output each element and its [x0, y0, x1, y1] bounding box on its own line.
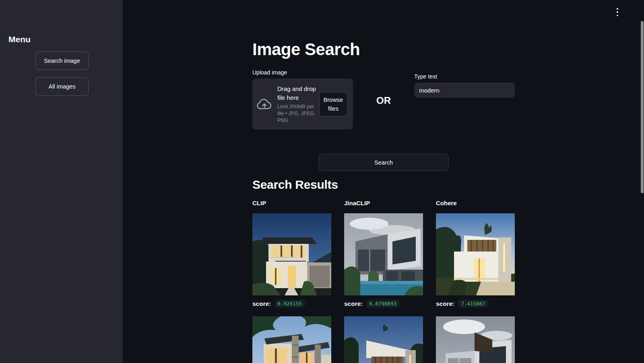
result-column-clip: CLIP	[252, 200, 331, 363]
result-image	[252, 316, 331, 363]
result-image	[436, 316, 515, 363]
model-name: JinaCLIP	[344, 200, 423, 206]
score-label: score:	[344, 300, 363, 307]
drag-drop-text: Drag and drop file here	[277, 85, 316, 102]
score-label: score:	[252, 300, 271, 307]
score-row: score: 6.0798693	[344, 299, 423, 309]
query-text-input[interactable]	[414, 82, 515, 98]
text-column: Type text	[414, 73, 515, 130]
main-content: Image Search Upload image Drag and drop …	[252, 0, 515, 363]
sidebar-button-all-images[interactable]: All images	[35, 77, 89, 96]
result-image	[344, 213, 423, 295]
search-button[interactable]: Search	[319, 154, 449, 171]
dropzone-texts: Drag and drop file here Limit 200MB per …	[277, 85, 316, 124]
result-column-jinaclip: JinaCLIP	[344, 200, 423, 363]
sidebar-button-search-image[interactable]: Search image	[35, 52, 89, 70]
result-image	[252, 213, 331, 295]
results-grid: CLIP	[252, 200, 515, 363]
score-row: score: 6.926155	[252, 299, 331, 309]
score-value: 6.0798693	[366, 299, 400, 308]
result-image	[436, 213, 515, 295]
scrollbar-thumb[interactable]	[641, 21, 644, 193]
model-name: Cohere	[436, 200, 515, 206]
upload-label: Upload image	[252, 69, 353, 76]
browse-files-button[interactable]: Browse files	[319, 92, 347, 116]
upload-cloud-icon	[256, 98, 272, 110]
score-row: score: 7.415867	[436, 299, 515, 309]
more-menu-icon[interactable]	[615, 8, 620, 16]
upload-limit-text: Limit 200MB per file • JPG, JPEG, PNG	[277, 103, 316, 124]
model-name: CLIP	[252, 200, 331, 206]
search-form: Upload image Drag and drop file here Lim…	[252, 69, 515, 130]
file-dropzone[interactable]: Drag and drop file here Limit 200MB per …	[252, 78, 353, 130]
or-column: OR	[353, 69, 414, 130]
sidebar-title: Menu	[8, 35, 123, 44]
app-window: Menu Search image All images Image Searc…	[0, 0, 644, 363]
result-image	[344, 316, 423, 363]
results-heading: Search Results	[252, 178, 515, 191]
score-value: 7.415867	[458, 299, 489, 308]
score-value: 6.926155	[275, 299, 305, 308]
page-title: Image Search	[252, 39, 515, 60]
text-input-label: Type text	[414, 73, 515, 80]
or-separator: OR	[376, 95, 391, 130]
sidebar: Menu Search image All images	[0, 0, 123, 363]
upload-column: Upload image Drag and drop file here Lim…	[252, 69, 353, 130]
score-label: score:	[436, 300, 455, 307]
result-column-cohere: Cohere	[436, 200, 515, 363]
